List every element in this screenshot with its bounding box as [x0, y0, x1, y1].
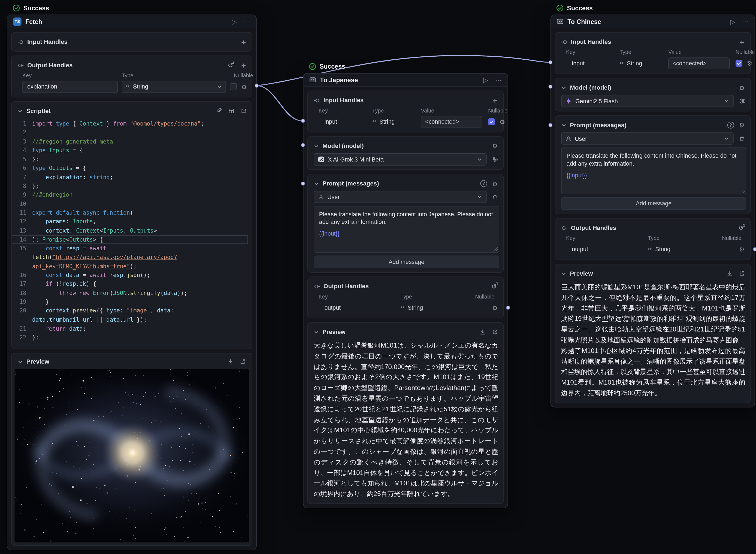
port-chinese-input[interactable] — [549, 60, 552, 64]
nullable-checkbox[interactable] — [488, 118, 495, 125]
code-line[interactable]: 22}; — [12, 333, 248, 342]
more-options-button[interactable]: ⋯ — [494, 75, 503, 84]
code-line[interactable]: api_key=DEMO_KEY&thumbs=true"); — [12, 262, 248, 271]
add-message-button[interactable]: Add message — [561, 197, 746, 210]
code-line[interactable]: 11export default async function( — [12, 208, 248, 217]
code-line[interactable]: 6type Outputs = { — [12, 164, 248, 173]
add-message-button[interactable]: Add message — [314, 256, 499, 268]
open-external-button[interactable] — [239, 107, 248, 115]
message-role-select[interactable]: User — [314, 191, 487, 203]
code-line[interactable]: 15 const resp = await — [12, 244, 248, 253]
code-line[interactable]: 19 } — [12, 297, 248, 307]
port-fetch-output-explanation[interactable] — [255, 84, 259, 88]
model-settings-button[interactable]: ⚙ — [491, 142, 499, 150]
code-line[interactable]: 18 throw new Error(JSON.stringify(data))… — [12, 288, 248, 297]
port-chinese-model[interactable] — [549, 85, 552, 89]
node-header[interactable]: To Chinese ▷ ⋯ — [551, 15, 755, 28]
handle-settings-button[interactable]: ⚙ — [738, 245, 746, 254]
resize-handle[interactable] — [494, 247, 498, 251]
prompt-textarea[interactable]: Please translate the following content i… — [561, 148, 746, 195]
download-button[interactable] — [226, 357, 235, 366]
nullable-checkbox[interactable] — [230, 84, 237, 90]
code-line[interactable]: 5}; — [12, 155, 248, 164]
port-japanese-input[interactable] — [301, 119, 305, 122]
handle-type-select[interactable]: String — [122, 80, 226, 93]
message-role-select[interactable]: User — [561, 132, 734, 145]
handle-value-input[interactable]: <connected> — [421, 116, 482, 127]
node-card[interactable]: To Japanese ▷ ⋯ Input Handles + Key Type… — [303, 73, 508, 508]
port-japanese-model[interactable] — [301, 143, 305, 147]
code-line[interactable]: data.thumbnail_url || data.url }); — [12, 315, 248, 324]
handle-value-input[interactable]: <connected> — [668, 57, 729, 69]
more-options-button[interactable]: ⋯ — [741, 17, 750, 26]
code-line[interactable]: 8}; — [12, 182, 248, 191]
node-header[interactable]: TS Fetch ▷ ⋯ — [7, 15, 256, 28]
delete-message-button[interactable] — [491, 192, 499, 201]
code-line[interactable]: 21 return data; — [12, 324, 248, 333]
download-button[interactable] — [725, 269, 734, 278]
add-handle-button[interactable]: + — [738, 38, 746, 46]
history-button[interactable]: ↺1 — [491, 282, 499, 291]
output-handles-header[interactable]: Output Handles ↺1 + — [17, 60, 248, 70]
input-handles-header[interactable]: Input Handles + — [314, 95, 499, 106]
model-header[interactable]: Model (model) ⚙ — [561, 82, 746, 93]
code-line[interactable]: fetch("https://api.nasa.gov/planetary/ap… — [12, 253, 248, 262]
code-line[interactable]: 1import type { Context } from "@oomol/ty… — [12, 119, 248, 128]
code-line[interactable]: 9//#endregion — [12, 191, 248, 200]
input-handles-header[interactable]: Input Handles + — [17, 37, 248, 47]
model-select[interactable]: Gemini2 5 Flash — [561, 95, 734, 107]
code-line[interactable]: 13 context: Context<Inputs, Outputs> — [12, 226, 248, 235]
model-tune-button[interactable] — [491, 155, 499, 164]
delete-message-button[interactable] — [738, 134, 746, 143]
prompt-header[interactable]: Prompt (messages) ? ⚙ — [314, 178, 499, 189]
edge-fetch-to-japanese[interactable] — [257, 86, 302, 121]
input-handles-header[interactable]: Input Handles + — [561, 37, 746, 47]
code-line[interactable]: 17 if (!resp.ok) { — [12, 280, 248, 289]
prompt-textarea[interactable]: Please translate the following content i… — [314, 206, 499, 253]
scriptlet-header[interactable]: Scriptlet — [17, 106, 248, 116]
port-japanese-prompt[interactable] — [301, 182, 305, 185]
port-chinese-prompt[interactable] — [549, 123, 552, 127]
model-select[interactable]: X AI Grok 3 Mini Beta — [314, 153, 487, 166]
history-button[interactable]: ↺1 — [738, 223, 746, 232]
help-icon[interactable]: ? — [727, 122, 734, 128]
add-handle-button[interactable]: + — [491, 96, 499, 105]
handle-settings-button[interactable]: ⚙ — [491, 303, 499, 312]
prompt-settings-button[interactable]: ⚙ — [491, 179, 499, 188]
preview-header[interactable]: Preview — [15, 356, 249, 367]
code-line[interactable]: 14): Promise<Outputs> { — [12, 235, 248, 244]
handle-settings-button[interactable]: ⚙ — [498, 117, 507, 126]
code-line[interactable]: 3//#region generated meta — [12, 137, 248, 146]
attachment-icon[interactable] — [215, 107, 223, 115]
add-handle-button[interactable]: + — [239, 61, 248, 69]
code-line[interactable]: 20 context.preview({ type: "image", data… — [12, 307, 248, 316]
handle-key-input[interactable]: explanation — [22, 80, 118, 93]
code-line[interactable]: 7 explanation: string; — [12, 173, 248, 182]
open-external-button[interactable] — [238, 357, 247, 366]
port-chinese-output[interactable] — [753, 247, 756, 251]
model-tune-button[interactable] — [738, 97, 746, 105]
model-header[interactable]: Model (model) ⚙ — [314, 141, 499, 152]
node-header[interactable]: To Japanese ▷ ⋯ — [304, 73, 508, 87]
help-icon[interactable]: ? — [480, 180, 487, 187]
prompt-header[interactable]: Prompt (messages) ? ⚙ — [561, 120, 746, 130]
code-line[interactable]: 16 const data = await resp.json(); — [12, 271, 248, 280]
code-editor[interactable]: 1import type { Context } from "@oomol/ty… — [12, 118, 248, 345]
resize-handle[interactable] — [741, 188, 745, 193]
table-view-icon[interactable] — [227, 107, 236, 115]
download-button[interactable] — [478, 328, 487, 336]
output-handles-header[interactable]: Output Handles ↺1 — [561, 223, 746, 233]
model-settings-button[interactable]: ⚙ — [738, 84, 746, 92]
preview-header[interactable]: Preview — [561, 268, 746, 279]
history-button[interactable]: ↺1 — [227, 61, 236, 69]
nullable-checkbox[interactable] — [736, 60, 742, 67]
add-handle-button[interactable]: + — [239, 38, 248, 46]
handle-settings-button[interactable]: ⚙ — [240, 82, 248, 91]
run-node-button[interactable]: ▷ — [728, 17, 737, 26]
code-line[interactable]: 4type Inputs = { — [12, 146, 248, 155]
code-line[interactable]: 10 — [12, 200, 248, 208]
open-external-button[interactable] — [491, 328, 499, 336]
prompt-settings-button[interactable]: ⚙ — [738, 121, 746, 129]
run-node-button[interactable]: ▷ — [481, 75, 490, 84]
preview-header[interactable]: Preview — [314, 327, 499, 337]
